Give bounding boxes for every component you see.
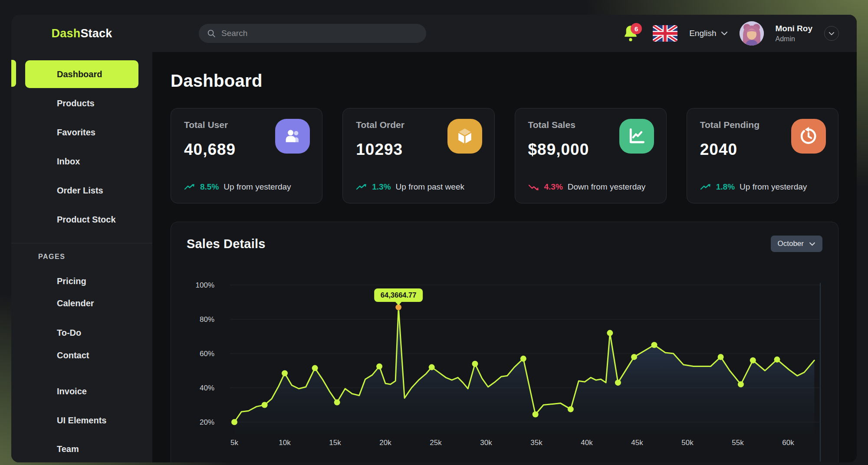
stat-cards-row: Total User 40,689 [171, 108, 838, 203]
uk-flag-icon[interactable] [653, 25, 677, 42]
chevron-down-icon [809, 242, 815, 246]
trend-text: Up from yesterday [224, 182, 291, 192]
line-chart-icon [619, 119, 654, 154]
avatar[interactable] [740, 21, 764, 46]
language-selector[interactable]: English [689, 29, 727, 38]
search-icon [207, 29, 216, 38]
svg-text:55k: 55k [732, 439, 744, 447]
sidebar-item-team[interactable]: Team [25, 438, 138, 460]
trend-text: Down from yesterday [568, 182, 646, 192]
desktop-frame: DashStack 6 [0, 0, 868, 465]
svg-text:30k: 30k [480, 439, 492, 447]
sidebar-item-pricing[interactable]: Pricing [25, 270, 138, 292]
brand-logo: DashStack [11, 27, 152, 40]
trend-value: 8.5% [200, 182, 219, 192]
month-dropdown-value: October [778, 239, 804, 248]
sidebar-section-label: PAGES [38, 253, 152, 261]
trend-value: 1.8% [716, 182, 735, 192]
search-input[interactable] [221, 29, 418, 38]
sidebar-item-inbox[interactable]: Inbox [25, 147, 138, 175]
trend-up-icon [700, 183, 711, 191]
trend-text: Up from yesterday [740, 182, 807, 192]
cube-icon [447, 119, 482, 154]
user-name: Moni Roy [776, 23, 813, 34]
svg-text:20k: 20k [379, 439, 391, 447]
sidebar-item-order-lists[interactable]: Order Lists [25, 177, 138, 204]
sidebar-item-products[interactable]: Products [25, 89, 138, 117]
svg-text:35k: 35k [530, 439, 542, 447]
sales-line-chart: 100%80%60%40%20%5k10k15k20k25k30k35k40k4… [187, 265, 822, 462]
sidebar-pages-nav: Pricing Calender To-Do Contact Invoice U… [11, 270, 152, 460]
svg-text:5k: 5k [230, 439, 238, 447]
sales-chart: 100%80%60%40%20%5k10k15k20k25k30k35k40k4… [187, 265, 822, 462]
history-clock-icon [791, 119, 826, 154]
sales-details-title: Sales Details [187, 237, 266, 251]
svg-text:60k: 60k [782, 439, 794, 447]
svg-text:10k: 10k [279, 439, 291, 447]
user-menu-button[interactable] [824, 26, 839, 41]
trend-row: 1.8% Up from yesterday [700, 182, 807, 192]
brand-rest: Stack [80, 27, 112, 40]
brand-accent: Dash [52, 27, 81, 40]
stat-card-total-sales: Total Sales $89,000 [515, 108, 667, 203]
svg-text:25k: 25k [430, 439, 442, 447]
language-label: English [689, 29, 716, 38]
svg-text:50k: 50k [681, 439, 694, 447]
sidebar-item-contact[interactable]: Contact [25, 344, 138, 366]
svg-text:20%: 20% [200, 418, 214, 426]
month-dropdown[interactable]: October [771, 236, 822, 252]
user-info: Moni Roy Admin [776, 23, 813, 44]
trend-row: 4.3% Down from yesterday [528, 182, 646, 192]
svg-text:45k: 45k [631, 439, 643, 447]
topbar-right-cluster: 6 English [623, 21, 857, 46]
app-window: DashStack 6 [11, 15, 857, 462]
sidebar-item-todo[interactable]: To-Do [25, 322, 138, 344]
sidebar-item-favorites[interactable]: Favorites [25, 118, 138, 146]
sidebar-item-invoice[interactable]: Invoice [25, 380, 138, 402]
trend-down-icon [528, 183, 539, 191]
chevron-down-icon [721, 31, 728, 36]
topbar: DashStack 6 [11, 15, 857, 52]
svg-text:80%: 80% [200, 315, 214, 324]
page-title: Dashboard [171, 71, 838, 91]
notifications-button[interactable]: 6 [623, 24, 641, 43]
trend-row: 1.3% Up from past week [356, 182, 464, 192]
trend-value: 1.3% [372, 182, 391, 192]
stat-card-total-pending: Total Pending 2040 [687, 108, 838, 203]
svg-text:60%: 60% [200, 350, 214, 358]
trend-text: Up from past week [396, 182, 464, 192]
sidebar-item-calender[interactable]: Calender [25, 292, 138, 314]
stat-card-total-order: Total Order 10293 [342, 108, 494, 203]
svg-text:100%: 100% [196, 281, 214, 289]
trend-up-icon [356, 183, 367, 191]
sidebar-item-ui-elements[interactable]: UI Elements [25, 409, 138, 431]
main-content: Dashboard Total User 40,689 [152, 52, 857, 462]
users-icon [275, 119, 310, 154]
sidebar-main-nav: Dashboard Products Favorites Inbox Order… [11, 60, 152, 233]
sales-details-card: Sales Details October 100%80%60%40%20%5k… [171, 222, 838, 462]
svg-text:15k: 15k [329, 439, 341, 447]
search-bar[interactable] [199, 24, 426, 43]
trend-row: 8.5% Up from yesterday [184, 182, 291, 192]
sidebar-item-product-stock[interactable]: Product Stock [25, 206, 138, 233]
notification-badge: 6 [631, 23, 642, 34]
sidebar: Dashboard Products Favorites Inbox Order… [11, 52, 152, 462]
chevron-down-icon [829, 32, 835, 36]
stat-card-total-user: Total User 40,689 [171, 108, 322, 203]
user-role: Admin [776, 35, 813, 43]
sidebar-divider [11, 243, 152, 243]
svg-text:40k: 40k [581, 439, 593, 447]
active-item-indicator [11, 60, 16, 87]
trend-up-icon [184, 183, 195, 191]
trend-value: 4.3% [544, 182, 563, 192]
sidebar-item-dashboard[interactable]: Dashboard [25, 60, 138, 88]
svg-text:40%: 40% [200, 384, 214, 392]
svg-text:64,3664.77: 64,3664.77 [381, 291, 417, 299]
